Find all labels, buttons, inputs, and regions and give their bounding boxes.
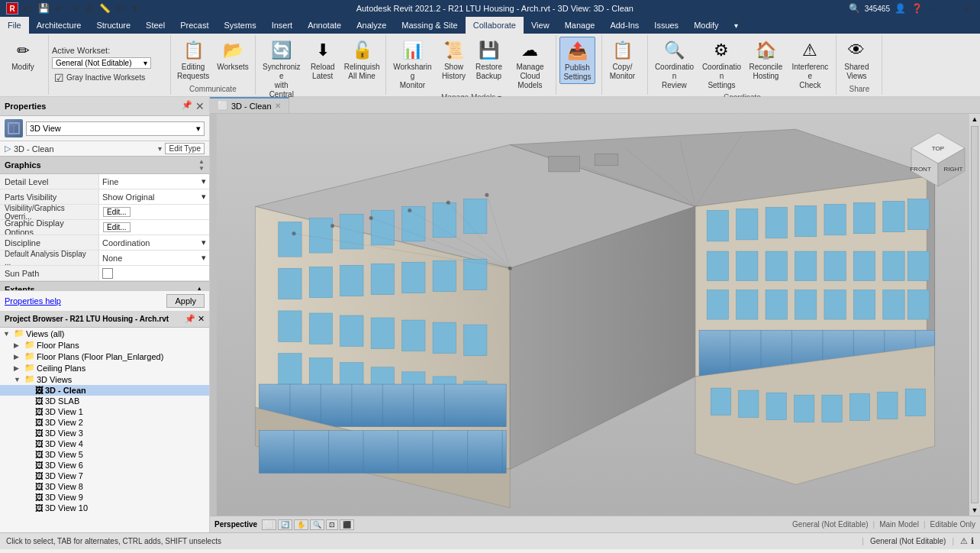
zoom-all-btn[interactable]: ⊡ xyxy=(326,519,338,530)
workset-dropdown[interactable]: General (Not Editable) ▾ xyxy=(52,57,151,69)
scroll-right-up[interactable]: ▲ xyxy=(970,114,980,125)
worksharing-monitor-btn[interactable]: 📊 WorksharingMonitor xyxy=(389,37,435,92)
reconcile-hosting-btn[interactable]: 🏠 ReconcileHosting xyxy=(746,37,785,82)
restore-backup-btn[interactable]: 💾 RestoreBackup xyxy=(472,37,505,82)
user-id: 345465 xyxy=(865,5,890,13)
tree-item[interactable]: ▼📁Views (all) xyxy=(0,328,209,339)
pan-btn[interactable]: ✋ xyxy=(294,519,308,530)
tree-item[interactable]: 🖼3D View 2 xyxy=(0,417,209,428)
tree-item[interactable]: 🖼3D View 10 xyxy=(0,503,209,513)
menu-annotate[interactable]: Annotate xyxy=(300,17,349,34)
tag-btn[interactable]: 🏷 xyxy=(113,2,127,15)
menu-issues[interactable]: Issues xyxy=(646,17,686,34)
open-btn[interactable]: 🗁 xyxy=(21,2,35,15)
restore-btn[interactable]: □ xyxy=(943,2,957,15)
menu-steel[interactable]: Steel xyxy=(138,17,172,34)
redo-btn[interactable]: ↪ xyxy=(67,2,81,15)
measure-btn[interactable]: 📏 xyxy=(98,2,111,15)
menu-view[interactable]: View xyxy=(524,17,557,34)
relinquish-btn[interactable]: 🔓 RelinquishAll Mine xyxy=(341,37,383,82)
close-btn[interactable]: ✕ xyxy=(960,2,974,15)
section-scroll-down[interactable]: ▼ xyxy=(198,165,205,172)
menu-file[interactable]: File xyxy=(0,17,29,34)
graphic-display-edit-btn[interactable]: Edit... xyxy=(103,222,131,232)
tree-item[interactable]: 🖼3D View 3 xyxy=(0,428,209,438)
svg-rect-58 xyxy=(907,251,929,280)
print-btn[interactable]: 🖨 xyxy=(82,2,96,15)
undo-btn[interactable]: ↩ xyxy=(52,2,66,15)
user-icon[interactable]: 👤 xyxy=(893,2,907,15)
tree-item[interactable]: ▶📁Ceiling Plans xyxy=(0,362,209,374)
reload-latest-btn[interactable]: ⬇ ReloadLatest xyxy=(306,37,340,82)
publish-settings-btn[interactable]: 📤 PublishSettings xyxy=(559,37,595,84)
section-box-btn[interactable]: ⬛ xyxy=(340,519,354,530)
menu-structure[interactable]: Structure xyxy=(89,17,138,34)
tree-item[interactable]: ▼📁3D Views xyxy=(0,374,209,385)
tab-close-icon[interactable]: ✕ xyxy=(275,102,281,110)
interference-check-btn[interactable]: ⚠ InterferenceCheck xyxy=(787,37,833,92)
minimize-btn[interactable]: ─ xyxy=(927,2,940,15)
tree-item[interactable]: ▶📁Floor Plans (Floor Plan_Enlarged) xyxy=(0,351,209,362)
menu-architecture[interactable]: Architecture xyxy=(29,17,89,34)
menu-modify[interactable]: Modify xyxy=(686,17,726,34)
tree-item[interactable]: 🖼3D View 8 xyxy=(0,481,209,492)
gray-inactive-btn[interactable]: ☑ Gray Inactive Worksets xyxy=(52,71,167,85)
extents-expand-icon[interactable]: ▲ xyxy=(194,283,205,290)
menu-systems[interactable]: Systems xyxy=(216,17,263,34)
manage-cloud-btn[interactable]: ☁ ManageCloud Models xyxy=(507,37,553,92)
view-type-dropdown[interactable]: 3D View ▾ xyxy=(26,121,205,136)
apply-btn[interactable]: Apply xyxy=(166,294,205,308)
viewport[interactable]: TOP FRONT RIGHT ▲ ▼ xyxy=(210,114,980,516)
shared-views-btn[interactable]: 👁 SharedViews xyxy=(840,37,873,82)
menu-addins[interactable]: Add-Ins xyxy=(602,17,646,34)
menu-analyze[interactable]: Analyze xyxy=(349,17,394,34)
editing-requests-btn[interactable]: 📋 EditingRequests xyxy=(174,37,212,82)
zoom-btn[interactable]: 🔍 xyxy=(310,519,324,530)
modify-btn[interactable]: ✏ Modify xyxy=(6,37,40,73)
sun-path-checkbox[interactable] xyxy=(102,268,113,279)
properties-close-btn[interactable]: ✕ xyxy=(195,100,205,112)
view-cube-btn[interactable]: ⬜ xyxy=(262,519,276,530)
section-scroll-up[interactable]: ▲ xyxy=(198,158,205,165)
menu-insert[interactable]: Insert xyxy=(264,17,301,34)
navigation-cube[interactable]: TOP FRONT RIGHT xyxy=(904,129,965,190)
browser-pin-icon[interactable]: 📌 xyxy=(185,314,195,324)
viewport-tab-3d-clean[interactable]: ⬜ 3D - Clean ✕ xyxy=(210,97,289,113)
menu-extra[interactable]: ▾ xyxy=(727,17,746,34)
copy-monitor-btn[interactable]: 📋 Copy/Monitor xyxy=(605,37,639,82)
show-history-btn[interactable]: 📜 ShowHistory xyxy=(437,37,470,82)
3d-view-icon xyxy=(5,119,23,137)
browser-close-btn[interactable]: ✕ xyxy=(198,314,205,324)
properties-pin-icon[interactable]: 📌 xyxy=(182,100,192,112)
help-icon[interactable]: ❓ xyxy=(910,2,924,15)
revit-logo[interactable]: R xyxy=(6,2,18,15)
tree-item[interactable]: ▶📁Floor Plans xyxy=(0,339,209,351)
tree-item[interactable]: 🖼3D View 6 xyxy=(0,460,209,471)
svg-rect-11 xyxy=(464,199,487,234)
scroll-right-down[interactable]: ▼ xyxy=(970,505,980,516)
tree-item[interactable]: 🖼3D View 1 xyxy=(0,406,209,417)
sync-central-btn[interactable]: 🔄 Synchronizewith Central xyxy=(259,37,305,101)
coordination-review-btn[interactable]: 🔍 CoordinationReview xyxy=(651,37,697,92)
statusbar: Click to select, TAB for alternates, CTR… xyxy=(0,532,980,549)
search-icon[interactable]: 🔍 xyxy=(848,2,862,15)
visibility-edit-btn[interactable]: Edit... xyxy=(103,207,131,217)
tree-item[interactable]: 🖼3D View 5 xyxy=(0,449,209,460)
properties-help-link[interactable]: Properties help xyxy=(5,296,61,306)
menu-massing[interactable]: Massing & Site xyxy=(394,17,465,34)
tree-item[interactable]: 🖼3D SLAB xyxy=(0,396,209,406)
menu-collaborate[interactable]: Collaborate xyxy=(466,17,524,34)
worksets-btn[interactable]: 📂 Worksets xyxy=(214,37,252,73)
tree-item[interactable]: 🖼3D View 4 xyxy=(0,438,209,449)
tree-item[interactable]: 🖼3D View 9 xyxy=(0,492,209,503)
save-btn[interactable]: 💾 xyxy=(37,2,50,15)
orbit-btn[interactable]: 🔄 xyxy=(278,519,292,530)
menu-precast[interactable]: Precast xyxy=(172,17,216,34)
browser-content[interactable]: ▼📁Views (all)▶📁Floor Plans▶📁Floor Plans … xyxy=(0,328,209,532)
qat-more[interactable]: ▾ xyxy=(128,2,142,15)
tree-item[interactable]: 🖼3D - Clean xyxy=(0,385,209,396)
coordination-settings-btn[interactable]: ⚙ CoordinationSettings xyxy=(698,37,744,92)
menu-manage[interactable]: Manage xyxy=(557,17,603,34)
tree-item[interactable]: 🖼3D View 7 xyxy=(0,471,209,481)
edit-type-btn[interactable]: Edit Type xyxy=(165,143,205,154)
